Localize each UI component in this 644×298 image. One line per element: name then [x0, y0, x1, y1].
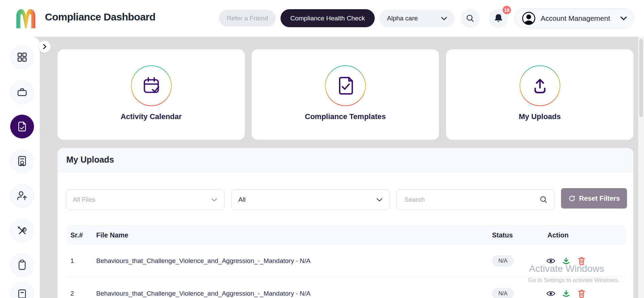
tools-icon: [17, 225, 28, 236]
document-check-icon: [17, 121, 27, 132]
view-file-button[interactable]: [546, 289, 556, 298]
row-serial: 2: [70, 290, 74, 297]
activate-windows-subtext: Go to Settings to activate Windows.: [528, 277, 619, 284]
compliance-health-check-button[interactable]: Compliance Health Check: [281, 9, 375, 27]
bell-icon: [494, 14, 503, 23]
row-actions: [546, 289, 586, 298]
gradient-ring: [520, 65, 560, 106]
section-title: My Uploads: [66, 155, 114, 165]
search-button[interactable]: [461, 9, 480, 28]
col-header-sr: Sr.#: [70, 231, 83, 239]
chevron-down-icon: [441, 17, 447, 20]
my-uploads-card[interactable]: My Uploads: [446, 49, 633, 140]
status-filter-value: All: [238, 196, 245, 203]
reset-filters-label: Reset Filters: [579, 195, 620, 202]
organisation-select-value: Alpha care: [387, 15, 418, 22]
briefcase-icon: [17, 87, 28, 98]
gradient-ring: [131, 65, 172, 106]
file-check-icon: [336, 75, 355, 96]
activate-windows-watermark: Activate Windows: [529, 263, 604, 274]
row-serial: 1: [70, 257, 74, 265]
compliance-templates-card[interactable]: Compliance Templates: [252, 49, 439, 140]
status-filter-select[interactable]: All: [231, 189, 390, 210]
card-label: Compliance Templates: [252, 112, 439, 121]
card-label: My Uploads: [446, 112, 633, 121]
gradient-ring: [325, 65, 366, 106]
search-icon: [466, 14, 475, 23]
sidebar-item-services[interactable]: [10, 80, 34, 104]
refresh-icon: [568, 195, 576, 202]
my-uploads-panel: My Uploads All Files All Reset Filters S…: [57, 148, 633, 298]
col-header-action: Action: [547, 231, 569, 239]
card-label: Activity Calendar: [57, 112, 245, 121]
calendar-check-icon: [141, 75, 162, 96]
sidebar-item-reports[interactable]: [10, 282, 34, 298]
delete-file-button[interactable]: [577, 289, 586, 298]
scrollbar-thumb[interactable]: [639, 39, 643, 117]
search-icon: [540, 196, 548, 204]
notification-count-badge: 18: [502, 5, 512, 15]
search-field-wrap: [396, 189, 555, 210]
sidebar-item-compliance[interactable]: [10, 115, 34, 138]
avatar-icon: [522, 11, 536, 26]
row-file-name: Behaviours_that_Challenge_Violence_and_A…: [96, 290, 310, 297]
dashboard-grid-icon: [17, 52, 27, 62]
sidebar-item-clipboard[interactable]: [10, 253, 34, 277]
sidebar-item-staff-upload[interactable]: [10, 184, 34, 208]
chevron-down-icon: [620, 16, 627, 20]
chevron-down-icon: [211, 198, 217, 202]
eye-icon: [546, 290, 556, 297]
account-management-menu[interactable]: Account Management: [514, 8, 634, 28]
user-upload-icon: [16, 190, 28, 202]
top-header: Compliance Dashboard Refer a Friend Comp…: [0, 0, 644, 37]
chevron-down-icon: [376, 198, 383, 202]
row-file-name: Behaviours_that_Challenge_Violence_and_A…: [96, 257, 310, 265]
organisation-select[interactable]: Alpha care: [379, 10, 455, 27]
upload-icon: [530, 76, 550, 96]
account-management-label: Account Management: [541, 14, 615, 22]
download-file-button[interactable]: [561, 289, 571, 298]
status-badge: N/A: [492, 255, 514, 267]
trash-icon: [577, 289, 586, 298]
sidebar-item-tools[interactable]: [10, 219, 34, 243]
table-header-row: Sr.# File Name Status Action: [67, 225, 626, 245]
clipboard-icon: [17, 259, 27, 271]
search-input[interactable]: [404, 196, 540, 204]
download-icon: [562, 289, 571, 298]
report-icon: [17, 288, 27, 298]
file-type-filter-placeholder: All Files: [73, 196, 96, 203]
panel-header: My Uploads: [57, 148, 633, 172]
sidebar-item-certificates[interactable]: [10, 149, 34, 173]
activity-calendar-card[interactable]: Activity Calendar: [57, 49, 245, 140]
sidebar-expand-button[interactable]: [38, 40, 51, 53]
col-header-file-name: File Name: [96, 231, 128, 239]
reset-filters-button[interactable]: Reset Filters: [561, 188, 627, 209]
app-logo-icon: [14, 7, 37, 29]
page-scrollbar[interactable]: [638, 37, 644, 298]
certificate-icon: [17, 155, 28, 167]
chevron-right-icon: [43, 44, 47, 49]
refer-a-friend-button[interactable]: Refer a Friend: [219, 10, 276, 27]
sidebar-nav: [0, 37, 40, 298]
page-title: Compliance Dashboard: [45, 11, 155, 23]
status-badge: N/A: [492, 288, 514, 298]
file-type-filter-select[interactable]: All Files: [66, 189, 224, 210]
sidebar-item-dashboard[interactable]: [10, 45, 34, 69]
col-header-status: Status: [492, 231, 513, 239]
